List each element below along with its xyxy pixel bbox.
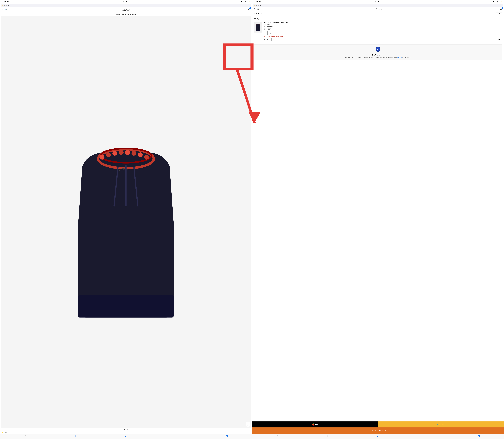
product-image-svg: J✦ [38,111,213,333]
stock-status: IN STOCK - ONLY A FEW LEFT [264,36,502,37]
brand-logo-right: J.Crew [374,8,382,11]
battery-pct-right: 15% [496,1,498,2]
apple-logo: 🍎 [312,423,314,426]
cart-item-item-num: Item J8140 Size: PETITE 4 Color: NAVY [264,24,502,30]
svg-point-21 [257,24,258,24]
back-button-right[interactable] [276,435,278,438]
lightning-icon: ⚡ [1,431,3,433]
items-count: ITEMS (1) [253,17,502,21]
svg-point-20 [257,24,257,24]
search-icon-left[interactable]: 🔍 [5,9,7,11]
share-button-right[interactable] [377,435,379,438]
rewards-shield-icon: J. [375,46,381,52]
svg-point-2 [100,155,105,159]
carrier-right: AT&T [255,1,259,2]
status-bar-left: AT&T 4G 3:47 PM ➤ ✦ 15% ⚡ [0,0,252,3]
status-carrier-right: AT&T 4G [253,1,261,2]
hamburger-icon-right[interactable]: ☰ [253,8,255,11]
new-label: NEW [4,431,7,433]
bluetooth-icon-right: ✦ [494,1,495,2]
address-bar-left[interactable]: 🔒 jcrew.com ↻ [1,4,251,7]
paypal-label: PayPal [439,424,444,426]
cart-item-thumbnail [253,22,263,33]
svg-rect-28 [378,437,378,437]
bag-badge-left: 1 [249,7,251,9]
svg-text:J✦: J✦ [118,166,126,172]
url-left: jcrew.com [4,4,10,6]
nav-bar-left: ☰ 🔍 J.Crew 🛍 1 [0,7,252,12]
shopping-bag-title: SHOPPING BAG [253,13,268,15]
hamburger-icon-left[interactable]: ☰ [1,9,3,11]
forward-button-left[interactable] [74,435,77,438]
paypal-button[interactable]: P PayPal [378,421,504,427]
network-left: 4G [7,1,9,2]
forward-button-right[interactable] [326,435,329,438]
tabs-button-right[interactable] [478,435,480,438]
bookmarks-button-right[interactable] [427,435,429,438]
image-dots [0,428,252,431]
price-row: $98.00 x 1 2 3 $98.00 [264,38,502,41]
location-icon-right: ➤ [493,1,494,2]
svg-point-6 [125,150,130,155]
back-button-left[interactable] [24,435,26,438]
bottom-nav-left [0,434,252,439]
print-button[interactable]: PRINT [496,12,502,15]
quantity-select[interactable]: 1 2 3 [271,38,277,41]
dot-2[interactable] [126,429,126,430]
battery-icon-left: ⚡ [247,1,250,2]
rewards-sign-up-link[interactable]: Sign up [397,57,402,58]
apple-pay-button[interactable]: 🍎 Pay [252,421,378,427]
nav-bar-right: ☰ 🔍 J.Crew 🛍 1 [252,7,504,12]
svg-point-25 [259,24,259,24]
svg-point-3 [106,152,111,157]
shopping-bag-header: SHOPPING BAG PRINT [253,12,502,16]
bookmarks-button-left[interactable] [175,435,177,438]
apple-pay-label: Pay [315,424,318,426]
payment-buttons: 🍎 Pay P PayPal [252,421,504,427]
product-title: Petite drapey embellished top [0,12,252,15]
url-right: jcrew.com [256,4,262,6]
rewards-text: Free shipping (24/7, 365 days a year) fo… [255,57,501,59]
bag-button-left[interactable]: 🛍 1 [247,8,250,12]
shopping-content: SHOPPING BAG PRINT ITEMS (1) [252,12,504,421]
svg-point-8 [138,152,143,157]
svg-rect-13 [78,295,174,317]
signal-icon-right [253,1,255,2]
bag-badge-right: 1 [502,7,503,9]
dot-3[interactable] [127,429,128,430]
cart-item: PETITE DRAPEY EMBELLISHED TOP Item J8140… [253,22,502,43]
share-button-left[interactable] [125,435,127,438]
location-icon: ➤ [241,1,242,2]
time-right: 3:47 PM [374,1,379,2]
tabs-button-left[interactable] [226,435,228,438]
new-badge: ⚡ NEW [0,431,252,434]
rewards-title: Don't miss out! [255,54,501,56]
refresh-icon-right[interactable]: ↻ [500,4,502,6]
network-right: 4G [259,1,261,2]
search-icon-right[interactable]: 🔍 [257,8,259,11]
svg-point-4 [113,151,117,156]
dot-1[interactable] [124,429,125,430]
status-bar-right: AT&T 4G 3:47 PM ➤ ✦ 15% ⚡ [252,0,504,3]
edit-button[interactable]: ✏ [264,31,267,35]
paypal-p-logo: P [437,424,439,426]
right-panel: AT&T 4G 3:47 PM ➤ ✦ 15% ⚡ 🔒 jcrew.com ↻ [252,0,504,439]
lock-icon-left: 🔒 [2,5,4,6]
address-bar-right[interactable]: 🔒 jcrew.com ↻ [253,4,503,7]
product-image-area: J✦ ↗↙ [1,16,251,428]
svg-point-5 [119,150,124,155]
cart-item-actions: ✏ ✕ [264,31,502,35]
checkout-button[interactable]: CHECK OUT NOW [252,427,504,434]
time-left: 3:47 PM [122,1,127,2]
status-right-left: ➤ ✦ 15% ⚡ [241,1,250,2]
lock-icon-right: 🔒 [254,5,256,6]
refresh-icon-left[interactable]: ↻ [248,4,250,6]
bluetooth-icon: ✦ [242,1,243,2]
expand-button[interactable]: ↗↙ [246,422,250,427]
bag-button-right[interactable]: 🛍 1 [500,8,502,11]
bag-icon-left: 🛍 [248,9,250,11]
price-x: x [270,39,270,41]
bottom-nav-right [252,434,504,439]
svg-point-23 [258,24,258,24]
remove-button[interactable]: ✕ [268,31,272,35]
